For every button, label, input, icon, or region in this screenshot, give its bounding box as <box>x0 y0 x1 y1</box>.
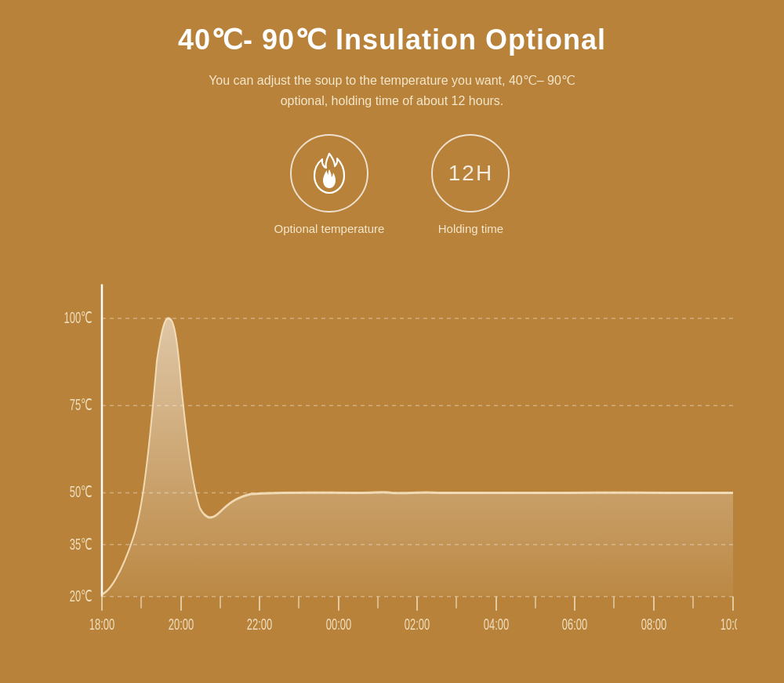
svg-text:75℃: 75℃ <box>70 397 93 414</box>
optional-temperature-item: Optional temperature <box>274 134 385 235</box>
x-ticks <box>102 597 733 611</box>
svg-text:18:00: 18:00 <box>89 616 115 633</box>
svg-text:22:00: 22:00 <box>247 616 273 633</box>
flame-icon <box>310 152 349 195</box>
optional-temp-label: Optional temperature <box>274 222 385 235</box>
chart-area-fill <box>102 318 733 597</box>
icons-row: Optional temperature 12H Holding time <box>274 134 510 235</box>
svg-text:35℃: 35℃ <box>70 536 93 553</box>
svg-text:10:00: 10:00 <box>720 616 737 633</box>
page-subtitle: You can adjust the soup to the temperatu… <box>209 71 575 111</box>
svg-text:20:00: 20:00 <box>169 616 194 633</box>
flame-circle <box>290 134 368 213</box>
svg-text:50℃: 50℃ <box>70 484 93 501</box>
page-wrapper: 40℃- 90℃ Insulation Optional You can adj… <box>0 0 784 683</box>
holding-time-label: Holding time <box>438 222 503 235</box>
svg-text:06:00: 06:00 <box>562 616 588 633</box>
svg-text:04:00: 04:00 <box>484 616 510 633</box>
svg-text:100℃: 100℃ <box>64 310 93 327</box>
chart-container: 100℃ 75℃ 50℃ 35℃ 20℃ <box>47 267 737 667</box>
temperature-chart: 100℃ 75℃ 50℃ 35℃ 20℃ <box>47 267 737 667</box>
svg-text:00:00: 00:00 <box>326 616 352 633</box>
time-circle: 12H <box>431 134 510 213</box>
time-value: 12H <box>448 161 493 186</box>
holding-time-item: 12H Holding time <box>431 134 510 235</box>
page-title: 40℃- 90℃ Insulation Optional <box>178 24 606 56</box>
svg-text:02:00: 02:00 <box>405 616 430 633</box>
svg-text:20℃: 20℃ <box>70 587 93 605</box>
svg-text:08:00: 08:00 <box>641 616 667 633</box>
